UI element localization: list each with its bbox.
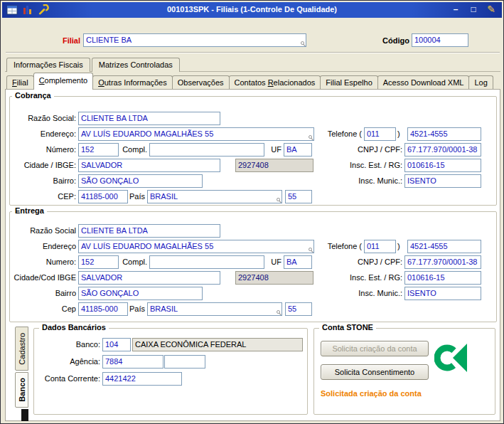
entrega-compl-label: Compl. bbox=[120, 255, 147, 269]
agencia-input[interactable]: 7884 bbox=[102, 355, 163, 369]
entrega-telefone-ddd-input[interactable]: 011 bbox=[364, 240, 396, 253]
entrega-cep-input[interactable]: 41185-000 bbox=[78, 302, 128, 316]
entrega-cnpj-input[interactable]: 67.177.970/0001-38 bbox=[404, 255, 481, 269]
entrega-razao-social-input[interactable]: CLIENTE BA LTDA bbox=[78, 224, 220, 238]
cobranca-cep-label: CEP: bbox=[14, 190, 76, 203]
side-tab-banco[interactable]: Banco bbox=[15, 372, 28, 408]
cobranca-pais-value: BRASIL bbox=[150, 192, 178, 201]
header-separator bbox=[6, 52, 500, 53]
tab-outras-informacoes[interactable]: Outras Informações bbox=[92, 75, 173, 89]
tab-log[interactable]: Log bbox=[468, 75, 493, 89]
cobranca-numero-label: Número: bbox=[14, 143, 76, 157]
app-icon bbox=[22, 5, 33, 15]
entrega-compl-input[interactable] bbox=[149, 255, 264, 269]
tab-strip-corner bbox=[21, 409, 28, 421]
entrega-numero-input[interactable]: 152 bbox=[78, 255, 119, 269]
tab-observacoes[interactable]: Observações bbox=[172, 75, 230, 89]
banco-nome-field: CAIXA ECONÔMICA FEDERAL bbox=[132, 338, 303, 351]
entrega-uf-input[interactable]: BA bbox=[284, 255, 312, 269]
cobranca-insc-est-input[interactable]: 010616-15 bbox=[404, 159, 481, 172]
agencia-label: Agência: bbox=[42, 355, 100, 369]
tab-acesso-download-xml[interactable]: Acesso Download XML bbox=[377, 75, 470, 89]
cobranca-pais-label: País bbox=[129, 190, 145, 203]
entrega-ddi-input[interactable]: 55 bbox=[285, 302, 312, 316]
conta-stone-title: Conta STONE bbox=[319, 323, 376, 332]
cobranca-telefone-numero-input[interactable]: 4521-4555 bbox=[407, 127, 481, 141]
filial-label: Filial bbox=[29, 34, 80, 48]
side-tab-banco-label: Banco bbox=[18, 378, 26, 402]
cobranca-uf-label: UF bbox=[266, 143, 282, 157]
agencia-digito-input[interactable] bbox=[164, 355, 205, 369]
cobranca-cnpj-label: CNPJ / CPF: bbox=[319, 143, 402, 157]
minimize-button[interactable] bbox=[449, 4, 462, 16]
entrega-title: Entrega bbox=[12, 206, 47, 216]
solicita-consentimento-button[interactable]: Solicita Consentimento bbox=[321, 364, 429, 380]
entrega-telefone-label: Telefone ( bbox=[305, 240, 362, 253]
cobranca-telefone-label: Telefone ( bbox=[305, 127, 362, 141]
entrega-cnpj-label: CNPJ / CPF: bbox=[319, 255, 402, 269]
wrench-icon bbox=[38, 4, 49, 15]
tab-complemento[interactable]: Complemento bbox=[33, 73, 94, 90]
cobranca-cnpj-input[interactable]: 67.177.970/0001-38 bbox=[404, 143, 481, 157]
entrega-endereco-input[interactable]: AV LUÍS EDUARDO MAGALHÃES 55 bbox=[78, 240, 314, 253]
tab-informacoes-fiscais[interactable]: Informações Fiscais bbox=[6, 58, 90, 72]
cobranca-telefone-close-label: ) bbox=[397, 127, 404, 141]
window-controls bbox=[449, 4, 498, 16]
banco-codigo-input[interactable]: 104 bbox=[102, 338, 131, 351]
edit-pencil-button[interactable] bbox=[485, 4, 498, 16]
entrega-endereco-value: AV LUÍS EDUARDO MAGALHÃES 55 bbox=[81, 242, 213, 250]
cobranca-uf-input[interactable]: BA bbox=[284, 143, 312, 157]
cobranca-insc-est-label: Insc. Est. / RG: bbox=[319, 159, 402, 172]
cobranca-cep-input[interactable]: 41185-000 bbox=[78, 190, 128, 203]
entrega-cidade-input[interactable]: SALVADOR bbox=[78, 271, 220, 285]
cobranca-ddi-input[interactable]: 55 bbox=[285, 190, 312, 203]
cobranca-endereco-input[interactable]: AV LUÍS EDUARDO MAGALHÃES 55 bbox=[78, 127, 314, 141]
codigo-input[interactable]: 100004 bbox=[412, 33, 468, 47]
cobranca-insc-munic-label: Insc. Munic.: bbox=[319, 174, 402, 188]
banco-label: Banco: bbox=[42, 338, 100, 351]
entrega-pais-value: BRASIL bbox=[150, 304, 178, 313]
window: 001013SPK - Filiais (1-Controle De Quali… bbox=[0, 0, 504, 424]
cobranca-numero-input[interactable]: 152 bbox=[78, 143, 119, 157]
entrega-numero-label: Numero: bbox=[14, 255, 76, 269]
tab-contatos-relacionados[interactable]: Contatos Relacionados bbox=[229, 75, 321, 89]
side-tab-cadastro[interactable]: Cadastro bbox=[15, 327, 28, 371]
cobranca-cidade-input[interactable]: SALVADOR bbox=[78, 159, 220, 172]
title-bar-icons bbox=[6, 4, 49, 15]
cobranca-pais-input[interactable]: BRASIL bbox=[147, 190, 282, 203]
lookup-magnifier-icon bbox=[277, 198, 280, 201]
cobranca-insc-munic-input[interactable]: ISENTO bbox=[404, 174, 481, 188]
maximize-button[interactable] bbox=[467, 4, 480, 16]
cobranca-razao-social-label: Razão Social: bbox=[14, 112, 76, 125]
entrega-cidade-label: Cidade/Cod IBGE bbox=[14, 271, 76, 285]
cobranca-compl-input[interactable] bbox=[149, 143, 264, 157]
stone-status-text: Solicitada criação da conta bbox=[321, 389, 422, 398]
cobranca-telefone-ddd-input[interactable]: 011 bbox=[364, 127, 396, 141]
cobranca-title: Cobrança bbox=[12, 91, 54, 100]
tab-filial-espelho[interactable]: Filial Espelho bbox=[320, 75, 377, 89]
main-tab-bar: Filial Complemento Outras Informações Ob… bbox=[6, 73, 493, 90]
codigo-label: Código bbox=[369, 34, 409, 48]
filial-input[interactable]: CLIENTE BA bbox=[83, 33, 306, 47]
outer-tab-bar: Informações Fiscais Matrizes Controladas bbox=[6, 56, 181, 72]
stone-logo-icon bbox=[434, 339, 468, 376]
title-bar: 001013SPK - Filiais (1-Controle De Quali… bbox=[2, 2, 502, 18]
entrega-bairro-input[interactable]: SÃO GONÇALO bbox=[78, 287, 203, 300]
cobranca-endereco-label: Endereço: bbox=[14, 127, 76, 141]
tab-matrizes-controladas[interactable]: Matrizes Controladas bbox=[92, 58, 180, 72]
conta-corrente-input[interactable]: 4421422 bbox=[102, 372, 182, 386]
entrega-pais-input[interactable]: BRASIL bbox=[147, 302, 282, 316]
solicita-criacao-conta-button[interactable]: Solicita criação da conta bbox=[321, 341, 429, 356]
conta-corrente-label: Conta Corrente: bbox=[42, 372, 100, 386]
entrega-bairro-label: Bairro bbox=[14, 287, 76, 300]
form-icon bbox=[6, 5, 18, 15]
side-tab-cadastro-label: Cadastro bbox=[18, 333, 26, 365]
lookup-magnifier-icon bbox=[277, 310, 280, 314]
cobranca-bairro-input[interactable]: SÃO GONÇALO bbox=[78, 174, 203, 188]
entrega-insc-est-input[interactable]: 010616-15 bbox=[404, 271, 481, 285]
entrega-pais-label: País bbox=[129, 302, 145, 316]
entrega-telefone-numero-input[interactable]: 4521-4555 bbox=[407, 240, 481, 253]
tab-filial[interactable]: Filial bbox=[6, 75, 34, 89]
cobranca-razao-social-input[interactable]: CLIENTE BA LTDA bbox=[78, 112, 220, 125]
entrega-insc-munic-input[interactable]: ISENTO bbox=[404, 287, 481, 300]
